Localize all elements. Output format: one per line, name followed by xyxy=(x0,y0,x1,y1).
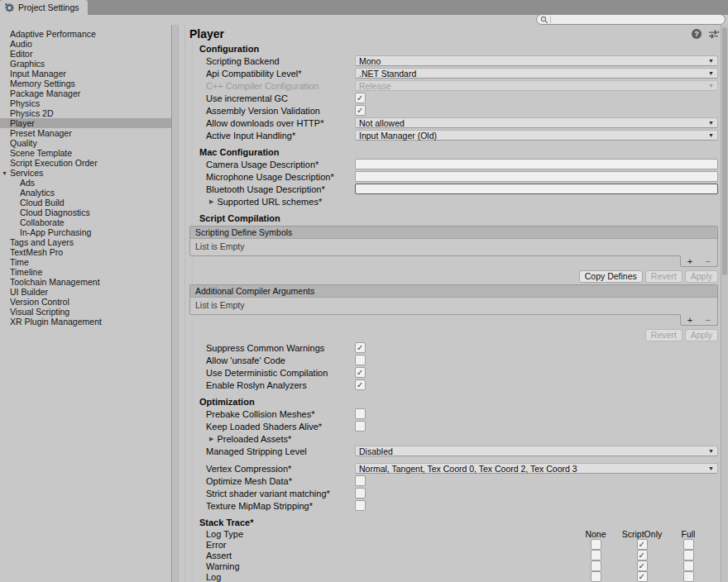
sidebar-item-audio[interactable]: Audio xyxy=(0,39,171,49)
sidebar-item-label: Physics xyxy=(10,98,40,108)
copy-defines-button[interactable]: Copy Defines xyxy=(579,270,643,283)
checkbox-assert[interactable] xyxy=(591,550,601,561)
checkbox-warning[interactable] xyxy=(683,561,694,571)
sidebar-item-label: Memory Settings xyxy=(10,79,75,88)
field-label: Use Deterministic Compilation xyxy=(199,368,355,378)
sidebar-item-analytics[interactable]: Analytics xyxy=(0,188,171,198)
checkbox-use-incremental-gc[interactable]: ✓ xyxy=(355,93,366,103)
checkbox-use-deterministic-compilation[interactable]: ✓ xyxy=(355,367,366,378)
add-button[interactable]: + xyxy=(687,257,692,266)
checkbox-prebake-collision-meshes[interactable] xyxy=(355,408,366,419)
checkbox-texture-mipmap-stripping[interactable] xyxy=(355,500,366,511)
stack-trace-header-row: Log TypeNoneScriptOnlyFull xyxy=(199,528,718,539)
search-input[interactable] xyxy=(553,15,725,24)
dropdown-api-compatibility-level[interactable]: .NET Standard▼ xyxy=(355,68,718,79)
dropdown-scripting-backend[interactable]: Mono▼ xyxy=(355,55,718,66)
sidebar-item-timeline[interactable]: Timeline xyxy=(0,267,171,277)
foldout-supported-url-schemes[interactable]: ▶Supported URL schemes* xyxy=(199,195,718,208)
dropdown-value: Disabled xyxy=(359,446,708,456)
row-vertex-compression: Vertex Compression*Normal, Tangent, Tex … xyxy=(199,462,718,475)
sidebar-item-adaptive-performance[interactable]: Adaptive Performance xyxy=(0,29,171,39)
stack-trace-cell xyxy=(572,561,619,571)
sidebar-item-script-execution-order[interactable]: Script Execution Order xyxy=(0,158,171,168)
sidebar-item-physics[interactable]: Physics xyxy=(0,98,171,108)
sidebar-item-quality[interactable]: Quality xyxy=(0,138,171,148)
sidebar-item-memory-settings[interactable]: Memory Settings xyxy=(0,79,171,88)
checkbox-warning[interactable]: ✓ xyxy=(637,561,648,571)
sidebar-item-visual-scripting[interactable]: Visual Scripting xyxy=(0,307,171,317)
help-icon[interactable]: ? xyxy=(692,29,702,39)
stack-trace-cell: ✓ xyxy=(619,561,665,571)
sidebar-item-services[interactable]: ▼Services xyxy=(0,168,171,178)
sidebar-item-version-control[interactable]: Version Control xyxy=(0,297,171,307)
checkbox-warning[interactable] xyxy=(591,561,601,571)
add-button[interactable]: + xyxy=(687,316,692,325)
foldout-preloaded-assets[interactable]: ▶Preloaded Assets* xyxy=(199,432,718,445)
text-field-camera-usage-description[interactable] xyxy=(355,159,718,169)
remove-button[interactable]: − xyxy=(706,316,711,325)
sidebar-item-graphics[interactable]: Graphics xyxy=(0,59,171,69)
row-suppress-common-warnings: Suppress Common Warnings✓ xyxy=(199,341,718,354)
sidebar-item-scene-template[interactable]: Scene Template xyxy=(0,148,171,158)
checkbox-keep-loaded-shaders-alive[interactable] xyxy=(355,421,366,432)
field-label: Supported URL schemes* xyxy=(217,197,322,207)
field-label: Texture MipMap Stripping* xyxy=(199,501,355,511)
checkbox-error[interactable] xyxy=(683,539,694,550)
sidebar-item-cloud-diagnostics[interactable]: Cloud Diagnostics xyxy=(0,208,171,217)
checkbox-allow-unsafe-code[interactable] xyxy=(355,355,366,365)
sidebar-item-label: Player xyxy=(10,118,35,128)
sidebar-item-in-app-purchasing[interactable]: In-App Purchasing xyxy=(0,227,171,237)
list-action-buttons: Copy DefinesRevertApply xyxy=(199,270,718,283)
sidebar-item-textmesh-pro[interactable]: TextMesh Pro xyxy=(0,247,171,257)
chevron-down-icon: ▼ xyxy=(708,132,714,138)
sidebar-item-input-manager[interactable]: Input Manager xyxy=(0,69,171,79)
presets-icon[interactable] xyxy=(709,30,720,39)
field-label: C++ Compiler Configuration xyxy=(199,81,355,91)
checkbox-assembly-version-validation[interactable]: ✓ xyxy=(355,105,366,116)
checkbox-log[interactable]: ✓ xyxy=(637,571,648,582)
dropdown-active-input-handling[interactable]: Input Manager (Old)▼ xyxy=(355,130,718,141)
field-control xyxy=(355,408,718,419)
checkbox-assert[interactable] xyxy=(683,550,694,561)
sidebar-item-editor[interactable]: Editor xyxy=(0,49,171,59)
stack-trace-checks: ✓ xyxy=(572,550,711,561)
sidebar-item-player[interactable]: Player xyxy=(0,118,171,128)
checkbox-log[interactable] xyxy=(683,571,694,582)
dropdown-managed-stripping-level[interactable]: Disabled▼ xyxy=(355,446,718,456)
stack-trace-row-assert: Assert✓ xyxy=(199,550,718,561)
checkbox-strict-shader-variant-matching[interactable] xyxy=(355,488,366,499)
sidebar-item-physics-2d[interactable]: Physics 2D xyxy=(0,108,171,118)
sidebar-item-package-manager[interactable]: Package Manager xyxy=(0,88,171,98)
field-control: Not allowed▼ xyxy=(355,117,718,128)
text-field-bluetooth-usage-description[interactable] xyxy=(355,184,718,194)
checkbox-error[interactable] xyxy=(591,539,601,550)
vertical-scrollbar[interactable] xyxy=(721,25,728,582)
foldout-label: ▶Preloaded Assets* xyxy=(199,434,355,444)
checkbox-enable-roslyn-analyzers[interactable]: ✓ xyxy=(355,379,366,390)
remove-button[interactable]: − xyxy=(706,257,711,266)
checkbox-error[interactable]: ✓ xyxy=(637,539,648,550)
sidebar-item-time[interactable]: Time xyxy=(0,257,171,267)
text-field-microphone-usage-description[interactable] xyxy=(355,171,718,182)
checkbox-suppress-common-warnings[interactable]: ✓ xyxy=(355,342,366,353)
sidebar-item-ui-builder[interactable]: UI Builder xyxy=(0,287,171,297)
panel-splitter[interactable] xyxy=(171,25,179,582)
sidebar-item-ads[interactable]: Ads xyxy=(0,178,171,188)
dropdown-vertex-compression[interactable]: Normal, Tangent, Tex Coord 0, Tex Coord … xyxy=(355,463,718,474)
sidebar-item-cloud-build[interactable]: Cloud Build xyxy=(0,198,171,208)
field-label: Warning xyxy=(199,561,572,571)
tab-project-settings[interactable]: Project Settings xyxy=(0,0,88,15)
sidebar-item-toolchain-management[interactable]: Toolchain Management xyxy=(0,277,171,287)
checkbox-log[interactable] xyxy=(591,571,601,582)
stack-trace-row-log: Log✓ xyxy=(199,571,718,582)
sidebar-item-preset-manager[interactable]: Preset Manager xyxy=(0,128,171,138)
checkbox-optimize-mesh-data[interactable] xyxy=(355,475,366,486)
sidebar-item-xr-plugin-management[interactable]: XR Plugin Management xyxy=(0,317,171,327)
scrollbar-thumb[interactable] xyxy=(722,27,727,275)
sidebar-item-tags-and-layers[interactable]: Tags and Layers xyxy=(0,237,171,247)
search-box[interactable] xyxy=(536,14,726,25)
dropdown-allow-downloads-over-http[interactable]: Not allowed▼ xyxy=(355,117,718,128)
sidebar-item-collaborate[interactable]: Collaborate xyxy=(0,217,171,227)
stack-trace-cell xyxy=(665,571,711,582)
checkbox-assert[interactable]: ✓ xyxy=(637,550,648,561)
